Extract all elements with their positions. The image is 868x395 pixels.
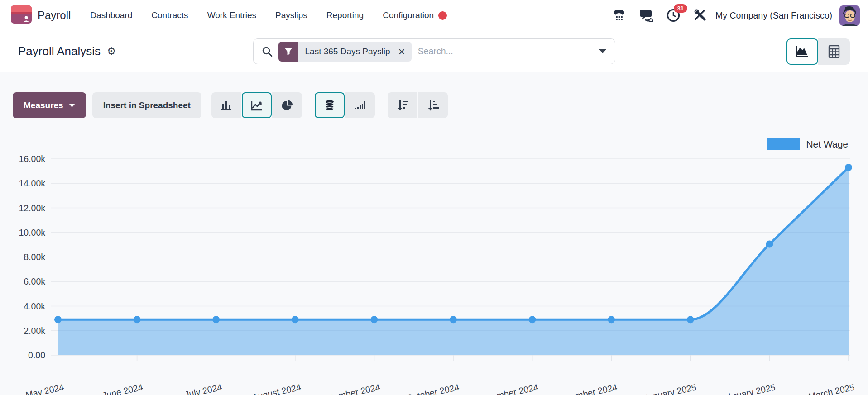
remove-filter-icon[interactable]: ×	[395, 46, 409, 57]
user-avatar[interactable]	[839, 5, 860, 26]
y-tick-label: 8.00k	[24, 252, 45, 262]
data-point[interactable]	[212, 316, 220, 323]
stacked-database-icon	[323, 99, 336, 112]
pivot-table-icon	[827, 45, 841, 58]
company-selector[interactable]: My Company (San Francisco)	[715, 10, 832, 21]
stacked-button[interactable]	[315, 92, 345, 118]
voip-phone-icon[interactable]	[609, 5, 629, 26]
systray: 31	[609, 5, 711, 26]
graph-view-button[interactable]	[786, 38, 818, 65]
x-tick-label: August 2024	[251, 382, 302, 395]
data-point[interactable]	[134, 316, 141, 323]
area-fill	[58, 167, 849, 355]
x-tick-label: February 2025	[718, 382, 777, 395]
debug-tools-icon[interactable]	[690, 5, 711, 26]
line-chart-button[interactable]	[242, 92, 272, 118]
chart-type-group	[211, 92, 302, 118]
x-tick-label: May 2024	[24, 382, 64, 395]
nav-item-contracts[interactable]: Contracts	[142, 0, 197, 31]
x-tick-label: September 2024	[315, 382, 381, 395]
activity-count-badge: 31	[674, 4, 687, 13]
measures-button[interactable]: Measures	[13, 92, 86, 118]
sort-group	[388, 92, 448, 118]
x-tick-label: June 2024	[101, 382, 144, 395]
nav-item-reporting[interactable]: Reporting	[317, 0, 373, 31]
x-tick-label: January 2025	[643, 382, 697, 395]
line-chart-icon	[250, 99, 263, 112]
sort-ascending-button[interactable]	[418, 92, 448, 118]
x-tick-label: July 2024	[184, 382, 223, 395]
chart-canvas[interactable]: 0.002.00k4.00k6.00k8.00k10.00k12.00k14.0…	[0, 153, 868, 395]
view-switcher	[786, 38, 850, 65]
y-tick-label: 10.00k	[19, 228, 45, 238]
data-point[interactable]	[529, 316, 536, 323]
data-point[interactable]	[370, 316, 378, 323]
chat-icon[interactable]	[636, 5, 657, 26]
x-tick-label: November 2024	[475, 382, 539, 395]
payroll-app-icon	[11, 5, 32, 25]
y-tick-label: 16.00k	[19, 154, 45, 164]
search-filter-chip[interactable]: Last 365 Days Payslip ×	[278, 42, 412, 62]
legend-net-wage[interactable]: Net Wage	[0, 138, 848, 150]
x-tick-label: March 2025	[808, 382, 855, 395]
insert-in-spreadsheet-button[interactable]: Insert in Spreadsheet	[92, 92, 201, 118]
data-point[interactable]	[450, 316, 457, 323]
cog-menu-icon[interactable]: ⚙	[107, 46, 116, 57]
legend-label: Net Wage	[806, 139, 848, 150]
pie-chart-icon	[281, 99, 293, 112]
graph-toolbar: Measures Insert in Spreadsheet	[13, 92, 868, 118]
search-dropdown-toggle[interactable]	[590, 39, 615, 64]
data-point[interactable]	[292, 316, 299, 323]
control-panel: Payroll Analysis ⚙ Last 365 Days Payslip…	[0, 31, 868, 72]
x-tick-label: December 2024	[555, 382, 618, 395]
y-tick-label: 4.00k	[24, 301, 45, 311]
bar-chart-icon	[220, 99, 233, 112]
sort-desc-icon	[396, 99, 409, 112]
nav-item-work-entries[interactable]: Work Entries	[198, 0, 266, 31]
legend-swatch	[767, 138, 800, 150]
app-name: Payroll	[38, 9, 71, 22]
nav-item-configuration[interactable]: Configuration	[373, 0, 456, 31]
data-point[interactable]	[766, 241, 773, 248]
search-icon	[262, 46, 273, 57]
y-tick-label: 2.00k	[24, 326, 45, 336]
bar-chart-button[interactable]	[211, 92, 241, 118]
filter-icon	[278, 42, 298, 62]
search-input[interactable]	[412, 46, 590, 57]
pie-chart-button[interactable]	[272, 92, 302, 118]
filter-chip-label: Last 365 Days Payslip	[305, 47, 390, 57]
page-title: Payroll Analysis	[18, 44, 101, 58]
sort-asc-icon	[426, 99, 440, 112]
search-bar[interactable]: Last 365 Days Payslip ×	[253, 38, 615, 64]
data-point[interactable]	[608, 316, 615, 323]
y-tick-label: 6.00k	[24, 276, 45, 286]
apps-menu-brand[interactable]: Payroll	[8, 5, 75, 25]
y-tick-label: 12.00k	[19, 203, 45, 213]
nav-item-payslips[interactable]: Payslips	[266, 0, 317, 31]
data-point[interactable]	[687, 316, 694, 323]
payroll-analysis-chart: Net Wage 0.002.00k4.00k6.00k8.00k10.00k1…	[0, 138, 868, 395]
main-menu: Dashboard Contracts Work Entries Payslip…	[81, 0, 456, 31]
caret-down-icon	[69, 104, 75, 107]
ascending-bars-icon	[354, 99, 366, 112]
y-tick-label: 14.00k	[19, 178, 45, 188]
upgrade-dot-icon	[438, 11, 447, 20]
y-tick-label: 0.00	[28, 350, 45, 360]
cumulative-button[interactable]	[345, 92, 375, 118]
data-point[interactable]	[845, 164, 852, 171]
sort-descending-button[interactable]	[388, 92, 417, 118]
pivot-view-button[interactable]	[818, 38, 850, 65]
area-chart-icon	[795, 45, 810, 58]
x-tick-label: October 2024	[406, 382, 460, 395]
activities-clock-icon[interactable]: 31	[663, 5, 684, 26]
chevron-down-icon	[599, 49, 606, 53]
data-point[interactable]	[54, 316, 62, 323]
nav-item-dashboard[interactable]: Dashboard	[81, 0, 142, 31]
top-navbar: Payroll Dashboard Contracts Work Entries…	[0, 0, 868, 31]
stack-mode-group	[315, 92, 375, 118]
